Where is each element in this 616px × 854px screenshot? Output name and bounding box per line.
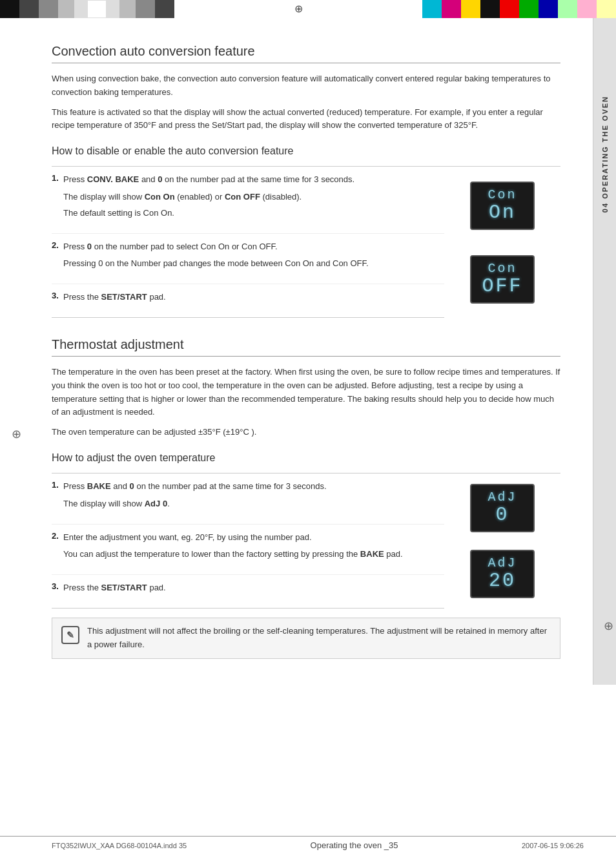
top-color-bar: ⊕ [0,0,616,18]
thermostat-displays: AdJ 0 AdJ 20 [444,474,560,609]
step-therm-num-3: 3. [52,581,63,601]
swatch-med2 [136,0,155,18]
step-convection-3: 3. Press the SET/START pad. [52,284,444,318]
step-therm-3-main: Press the SET/START pad. [63,581,444,595]
step-therm-num-2: 2. [52,531,63,568]
swatch-white [87,0,107,18]
lcd-adj0-bottom: 0 [479,505,526,526]
step-therm-2-main: Enter the adjustment you want, eg. 20°F,… [63,531,444,545]
lcd-adj20-bottom: 20 [479,570,526,592]
step-3-main: Press the SET/START pad. [63,291,444,304]
main-content: ⊕ Convection auto conversion feature Whe… [0,18,593,685]
lcd-display-adj20: AdJ 20 [470,550,535,598]
bottom-center-text: Operating the oven _35 [311,840,398,850]
step-content-1: Press CONV. BAKE and 0 on the number pad… [63,173,444,226]
lcd-adj20-top: AdJ [479,556,526,570]
lcd-con-off-top: Con [479,262,526,276]
paragraph-convection-2: This feature is activated so that the di… [52,106,560,133]
step-content-2: Press 0 on the number pad to select Con … [63,240,444,278]
section-heading-convection: Convection auto conversion feature [52,44,560,63]
lcd-display-con-on: Con On [470,182,535,230]
thermostat-steps-list: 1. Press BAKE and 0 on the number pad at… [52,474,444,609]
swatch-black2 [480,0,500,18]
step-1-main: Press CONV. BAKE and 0 on the number pad… [63,173,444,187]
swatch-cyan [422,0,442,18]
convection-steps-container: 1. Press CONV. BAKE and 0 on the number … [52,166,560,318]
step-therm-1-main: Press BAKE and 0 on the number pad at th… [63,480,444,494]
bottom-right-text: 2007-06-15 9:06:26 [522,842,584,849]
step-num-2: 2. [52,240,63,278]
lcd-con-off-bottom: OFF [479,276,526,297]
step-therm-num-1: 1. [52,480,63,517]
swatch-black [0,0,19,18]
note-icon: ✎ [61,626,79,644]
lcd-con-on-bottom: On [479,202,526,224]
swatch-lighter [74,0,87,18]
section-convection: Convection auto conversion feature When … [52,44,560,318]
section-heading-thermostat: Thermostat adjustment [52,337,560,357]
note-box: ✎ This adjustment will not affect the br… [52,618,560,659]
step-convection-2: 2. Press 0 on the number pad to select C… [52,234,444,285]
left-crosshair-icon: ⊕ [12,427,21,441]
left-color-strips [0,0,174,18]
step-therm-2: 2. Enter the adjustment you want, eg. 20… [52,525,444,576]
right-color-strips [422,0,616,18]
step-therm-content-3: Press the SET/START pad. [63,581,444,601]
thermostat-steps-container: 1. Press BAKE and 0 on the number pad at… [52,473,560,609]
page-wrapper: ⊕ Convection auto conversion feature Whe… [0,18,616,685]
right-sidebar: 04 OPERATING THE OVEN ⊕ [593,18,616,685]
swatch-pink [577,0,597,18]
section-thermostat: Thermostat adjustment The temperature in… [52,337,560,659]
swatch-med [39,0,58,18]
swatch-magenta [442,0,461,18]
step-therm-1-sub: The display will show AdJ 0. [63,497,444,511]
step-num-3: 3. [52,291,63,311]
swatch-red [500,0,519,18]
lcd-adj0-top: AdJ [479,490,526,505]
right-crosshair-icon: ⊕ [604,619,613,633]
step-therm-content-1: Press BAKE and 0 on the number pad at th… [63,480,444,517]
swatch-yellow [461,0,480,18]
note-text: This adjustment will not affect the broi… [87,625,551,652]
step-therm-content-2: Enter the adjustment you want, eg. 20°F,… [63,531,444,568]
swatch-light [58,0,74,18]
crosshair-icon: ⊕ [289,0,308,18]
step-therm-2-sub: You can adjust the temperature to lower … [63,548,444,561]
step-2-main: Press 0 on the number pad to select Con … [63,240,444,254]
swatch-light2 [119,0,136,18]
paragraph-convection-1: When using convection bake, the convecti… [52,72,560,99]
swatch-ltgreen [558,0,577,18]
swatch-blue [539,0,558,18]
swatch-dark2 [155,0,174,18]
sub-heading-convection: How to disable or enable the auto conver… [52,145,560,157]
top-bar-center: ⊕ [174,0,422,18]
swatch-ltyel [597,0,616,18]
step-num-1: 1. [52,173,63,226]
sub-heading-thermostat: How to adjust the oven temperature [52,452,560,464]
lcd-display-con-off: Con OFF [470,255,535,304]
bottom-left-text: FTQ352IWUX_XAA DG68-00104A.indd 35 [52,842,187,849]
bottom-bar: FTQ352IWUX_XAA DG68-00104A.indd 35 Opera… [0,836,616,854]
step-convection-1: 1. Press CONV. BAKE and 0 on the number … [52,167,444,233]
step-1-sub-2: The default setting is Con On. [63,207,444,220]
paragraph-thermostat-2: The oven temperature can be adjusted ±35… [52,426,560,439]
lcd-display-adj0: AdJ 0 [470,484,535,532]
step-therm-3: 3. Press the SET/START pad. [52,575,444,609]
step-content-3: Press the SET/START pad. [63,291,444,311]
convection-displays: Con On Con OFF [444,167,560,318]
step-2-sub-1: Pressing 0 on the Number pad changes the… [63,257,444,271]
step-therm-1: 1. Press BAKE and 0 on the number pad at… [52,474,444,525]
step-1-sub-1: The display will show Con On (enabled) o… [63,191,444,204]
paragraph-thermostat-1: The temperature in the oven has been pre… [52,366,560,419]
swatch-dark [19,0,39,18]
sidebar-label: 04 OPERATING THE OVEN [601,96,609,213]
swatch-lighter2 [107,0,119,18]
lcd-con-on-top: Con [479,188,526,202]
convection-steps-list: 1. Press CONV. BAKE and 0 on the number … [52,167,444,318]
swatch-green [519,0,539,18]
